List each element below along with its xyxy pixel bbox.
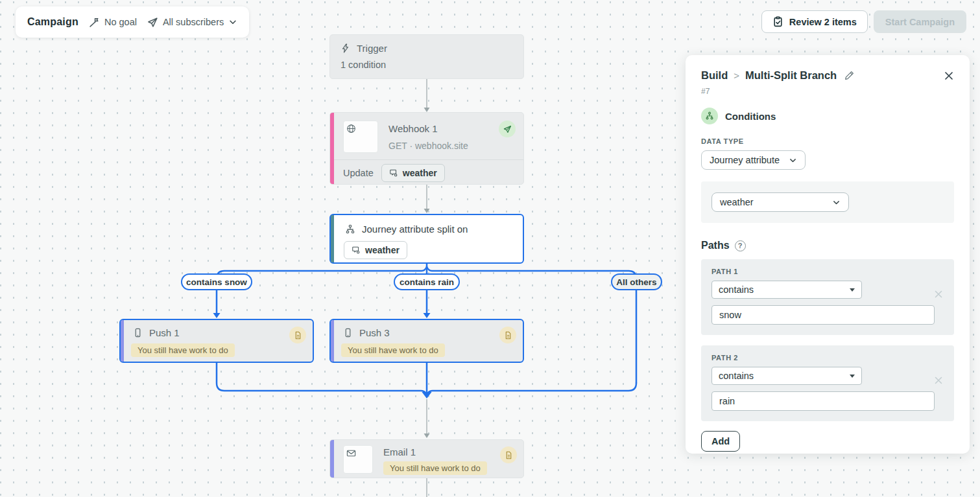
split-attribute-chip[interactable]: weather — [344, 241, 407, 259]
close-icon — [933, 289, 944, 299]
draft-status-icon — [500, 446, 517, 463]
webhook-title: Webhook 1 — [388, 123, 468, 134]
webhook-thumbnail — [343, 121, 378, 153]
attribute-select[interactable]: weather — [711, 192, 849, 212]
select-arrow-icon — [850, 288, 855, 292]
trigger-node[interactable]: Trigger 1 condition — [329, 34, 524, 79]
push-title: Push 3 — [359, 327, 390, 338]
paths-header: Paths ? — [701, 240, 954, 251]
panel-title: Multi-Split Branch — [745, 69, 837, 82]
path-label: PATH 1 — [711, 268, 944, 275]
campaign-header-card[interactable]: Campaign No goal All subscribers — [16, 6, 249, 38]
phone-icon — [343, 328, 353, 338]
close-panel-button[interactable] — [944, 71, 954, 81]
review-items-label: Review 2 items — [789, 17, 857, 27]
send-icon — [503, 125, 512, 133]
email-thumbnail — [343, 445, 373, 474]
branch-pill-contains-snow[interactable]: contains snow — [181, 273, 252, 290]
push1-node[interactable]: Push 1 You still have work to do — [119, 319, 314, 363]
help-icon[interactable]: ? — [735, 240, 746, 251]
goal-setting[interactable]: No goal — [89, 17, 137, 28]
breadcrumb-build-link[interactable]: Build — [701, 69, 728, 82]
draft-status-icon — [289, 327, 306, 343]
webhook-method: GET · webhook.site — [388, 141, 468, 151]
branch-pill-contains-rain[interactable]: contains rain — [394, 273, 460, 290]
close-icon — [944, 71, 954, 81]
goal-flag-icon — [89, 17, 100, 28]
remove-path-button[interactable] — [933, 289, 944, 299]
branch-label: contains rain — [400, 277, 454, 287]
split-stripe — [331, 215, 334, 262]
path-label: PATH 2 — [711, 354, 944, 362]
workflow-canvas[interactable]: Campaign No goal All subscribers Review … — [0, 0, 980, 497]
trigger-title: Trigger — [357, 43, 387, 54]
attribute-icon — [352, 246, 361, 255]
select-arrow-icon — [850, 375, 855, 378]
branch-label: All others — [616, 277, 656, 287]
work-todo-badge: You still have work to do — [383, 461, 487, 475]
campaign-title: Campaign — [27, 16, 78, 28]
webhook-attribute-name: weather — [403, 168, 437, 178]
start-campaign-button[interactable]: Start Campaign — [874, 10, 966, 33]
rename-button[interactable] — [844, 71, 854, 80]
webhook-attribute-chip[interactable]: weather — [381, 164, 445, 182]
draft-status-icon — [499, 327, 516, 343]
email1-node[interactable]: Email 1 You still have work to do — [329, 439, 524, 478]
data-type-value: Journey attribute — [710, 155, 780, 165]
path2-value-input[interactable] — [711, 391, 935, 411]
branch-pill-all-others[interactable]: All others — [611, 273, 662, 290]
operator-value: contains — [719, 371, 754, 381]
add-path-button[interactable]: Add — [701, 431, 740, 452]
review-items-button[interactable]: Review 2 items — [761, 10, 868, 33]
path-card-1: PATH 1 contains — [701, 259, 954, 335]
audience-label: All subscribers — [163, 17, 224, 27]
webhook-stripe — [330, 113, 334, 184]
path-card-2: PATH 2 contains — [701, 345, 954, 421]
envelope-icon — [346, 448, 356, 458]
chevron-down-icon — [228, 17, 237, 27]
clipboard-check-icon — [772, 16, 783, 27]
operator-value: contains — [719, 284, 754, 295]
data-type-select[interactable]: Journey attribute — [701, 150, 806, 170]
path2-operator-select[interactable]: contains — [711, 367, 862, 385]
node-id: #7 — [701, 87, 954, 96]
work-todo-badge: You still have work to do — [131, 343, 235, 357]
remove-path-button[interactable] — [933, 375, 944, 386]
attribute-icon — [389, 168, 398, 178]
split-branch-icon — [705, 111, 714, 121]
panel-breadcrumb: Build > Multi-Split Branch — [701, 69, 954, 82]
pencil-icon — [844, 71, 854, 80]
multi-split-node[interactable]: Journey attribute split on weather — [329, 214, 524, 264]
breadcrumb-separator: > — [734, 70, 739, 81]
globe-icon — [346, 124, 356, 133]
chevron-down-icon — [789, 156, 797, 165]
path1-value-input[interactable] — [711, 305, 935, 325]
conditions-header: Conditions — [701, 108, 954, 124]
push-stripe — [331, 320, 334, 362]
push-title: Push 1 — [149, 327, 180, 338]
push-stripe — [121, 320, 124, 362]
start-campaign-label: Start Campaign — [885, 17, 955, 27]
email-title: Email 1 — [383, 446, 487, 457]
goal-label: No goal — [104, 17, 137, 27]
phone-icon — [133, 328, 143, 338]
attribute-value: weather — [720, 197, 754, 207]
split-branch-icon — [345, 224, 355, 235]
webhook-action-label: Update — [343, 168, 374, 178]
document-icon — [294, 331, 302, 340]
push3-node[interactable]: Push 3 You still have work to do — [329, 319, 524, 363]
branch-label: contains snow — [186, 277, 247, 287]
lightning-icon — [341, 43, 350, 53]
audience-setting[interactable]: All subscribers — [147, 17, 237, 28]
conditions-label: Conditions — [725, 111, 776, 122]
split-title: Journey attribute split on — [362, 224, 468, 235]
webhook-node[interactable]: Webhook 1 GET · webhook.site Update weat… — [329, 112, 524, 185]
document-icon — [504, 331, 512, 340]
conditions-icon-circle — [701, 108, 718, 124]
webhook-sent-status — [499, 121, 516, 137]
path1-operator-select[interactable]: contains — [711, 281, 862, 299]
email-stripe — [330, 440, 334, 478]
close-icon — [933, 375, 944, 386]
work-todo-badge: You still have work to do — [341, 343, 445, 357]
top-actions: Review 2 items Start Campaign — [761, 10, 966, 33]
